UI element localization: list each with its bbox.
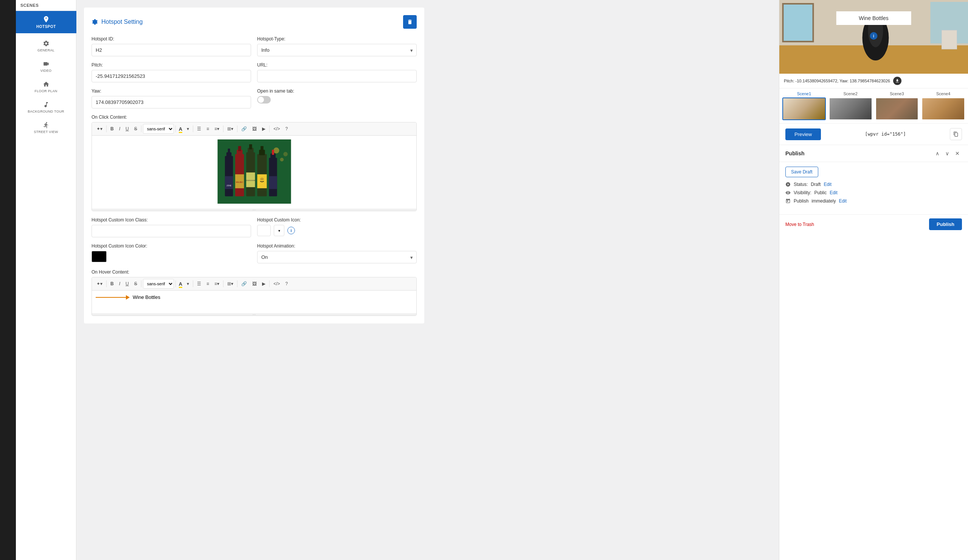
street-view-nav-item[interactable]: STREET VIEW	[19, 118, 73, 137]
strikethrough-btn[interactable]: S	[132, 124, 139, 134]
italic-btn[interactable]: I	[117, 124, 123, 134]
hover-ul-btn[interactable]: ☰	[195, 279, 204, 289]
hover-color-btn[interactable]: A	[177, 279, 184, 289]
preview-button[interactable]: Preview	[786, 129, 821, 140]
hover-italic-btn[interactable]: I	[117, 279, 123, 289]
icon-info-button[interactable]: i	[287, 227, 295, 234]
font-family-select[interactable]: sans-serif	[143, 124, 174, 134]
image-btn[interactable]: 🖼	[250, 124, 259, 134]
icon-dropdown-button[interactable]: ▾	[274, 225, 284, 236]
hover-color-dropdown-btn[interactable]: ▾	[184, 279, 191, 289]
hover-link-btn[interactable]: 🔗	[239, 279, 249, 289]
open-same-tab-toggle[interactable]	[257, 96, 271, 104]
status-edit-link[interactable]: Edit	[824, 182, 832, 187]
hover-ol-btn[interactable]: ≡	[204, 279, 211, 289]
hover-magic-wand-btn[interactable]: ✦▾	[94, 279, 105, 289]
on-hover-toolbar: ✦▾ B I U S sans-serif A	[92, 278, 416, 291]
svg-text:BOURGOGNE: BOURGOGNE	[245, 180, 255, 182]
save-draft-button[interactable]: Save Draft	[786, 167, 818, 177]
url-group: URL:	[257, 62, 417, 83]
visibility-row: Visibility: Public Edit	[786, 190, 962, 195]
publish-collapse-up-button[interactable]: ∧	[933, 150, 941, 157]
hover-bold-btn[interactable]: B	[108, 279, 116, 289]
publish-button[interactable]: Publish	[929, 218, 962, 230]
hover-table-btn[interactable]: ⊞▾	[225, 279, 235, 289]
table-btn[interactable]: ⊞▾	[225, 124, 235, 134]
custom-icon-color-label: Hotspot Custom Icon Color:	[91, 243, 251, 249]
visibility-icon	[786, 190, 791, 195]
on-click-content[interactable]: JONE MALBEC	[92, 135, 416, 208]
scene-thumb-3[interactable]: Scene3	[875, 91, 919, 120]
pitch-input[interactable]	[91, 70, 251, 83]
hotspot-id-input[interactable]	[91, 44, 251, 56]
yaw-group: Yaw:	[91, 88, 251, 109]
hover-media-btn[interactable]: ▶	[260, 279, 268, 289]
hover-image-btn[interactable]: 🖼	[250, 279, 259, 289]
general-nav-item[interactable]: GENERAL	[19, 36, 73, 56]
custom-icon-class-input[interactable]	[91, 225, 251, 237]
source-btn[interactable]: </>	[271, 124, 282, 134]
help-btn[interactable]: ?	[283, 124, 290, 134]
on-click-toolbar: ✦▾ B I U S sans-serif A	[92, 122, 416, 135]
download-button[interactable]	[893, 77, 902, 85]
scene3-image	[875, 97, 919, 120]
publish-time-edit-link[interactable]: Edit	[839, 198, 847, 204]
background-tour-nav-item[interactable]: BACKGROUND TOUR	[19, 97, 73, 117]
floor-plan-nav-item[interactable]: FLOOR PLAN	[19, 77, 73, 97]
bold-btn[interactable]: B	[108, 124, 116, 134]
yaw-input[interactable]	[91, 96, 251, 109]
status-icon	[786, 182, 791, 187]
url-input[interactable]	[257, 70, 417, 83]
visibility-edit-link[interactable]: Edit	[830, 190, 837, 195]
toolbar-sep-5	[223, 126, 224, 132]
svg-point-5	[283, 152, 288, 157]
svg-rect-13	[238, 146, 241, 151]
svg-rect-24	[257, 174, 267, 188]
hover-source-btn[interactable]: </>	[271, 279, 282, 289]
color-swatch[interactable]	[91, 251, 107, 262]
copy-shortcode-button[interactable]	[950, 128, 962, 140]
on-hover-rte: ✦▾ B I U S sans-serif A	[91, 277, 417, 316]
delete-hotspot-button[interactable]	[403, 15, 417, 29]
media-btn[interactable]: ▶	[260, 124, 268, 134]
ordered-list-btn[interactable]: ≡	[204, 124, 211, 134]
move-to-trash-link[interactable]: Move to Trash	[786, 222, 814, 227]
toolbar-sep-6	[237, 126, 237, 132]
scene2-label: Scene2	[843, 91, 857, 96]
on-hover-content[interactable]: Wine Bottles	[92, 291, 416, 313]
street-view-label: STREET VIEW	[34, 130, 58, 134]
hover-text: Wine Bottles	[133, 294, 160, 300]
trash-icon	[407, 19, 413, 25]
publish-title: Publish	[786, 150, 805, 157]
rte-resize-handle[interactable]	[92, 208, 416, 211]
scenes-header: SCENES	[16, 0, 76, 11]
hotspot-type-select[interactable]: Info	[257, 44, 417, 56]
floor-plan-icon	[43, 81, 50, 88]
publish-collapse-down-button[interactable]: ∨	[943, 150, 951, 157]
hover-align-btn[interactable]: ≡▾	[212, 279, 222, 289]
link-btn[interactable]: 🔗	[239, 124, 249, 134]
hover-help-btn[interactable]: ?	[283, 279, 290, 289]
hover-font-select[interactable]: sans-serif	[143, 279, 174, 289]
publish-close-button[interactable]: ✕	[953, 150, 962, 157]
hover-underline-btn[interactable]: U	[123, 279, 131, 289]
color-dropdown-btn[interactable]: ▾	[184, 124, 191, 134]
align-btn[interactable]: ≡▾	[212, 124, 222, 134]
unordered-list-btn[interactable]: ☰	[195, 124, 204, 134]
animation-select[interactable]: On Off	[257, 251, 417, 263]
hotspot-id-group: Hotspot ID:	[91, 36, 251, 56]
scene-thumb-2[interactable]: Scene2	[829, 91, 872, 120]
scene-thumb-1[interactable]: Scene1	[782, 91, 826, 120]
hover-strikethrough-btn[interactable]: S	[132, 279, 139, 289]
hover-rte-resize-handle[interactable]	[92, 313, 416, 316]
text-color-btn[interactable]: A	[177, 124, 184, 134]
scene-thumb-4[interactable]: Scene4	[922, 91, 965, 120]
underline-btn[interactable]: U	[123, 124, 131, 134]
video-nav-item[interactable]: VIDEO	[19, 57, 73, 76]
svg-text:MALBEC: MALBEC	[235, 182, 243, 183]
icon-sidebar	[0, 0, 16, 560]
magic-wand-btn[interactable]: ✦▾	[94, 124, 105, 134]
download-icon	[895, 79, 900, 83]
hotspot-nav-item[interactable]: HOTSPOT	[16, 11, 76, 33]
svg-rect-32	[783, 4, 813, 41]
